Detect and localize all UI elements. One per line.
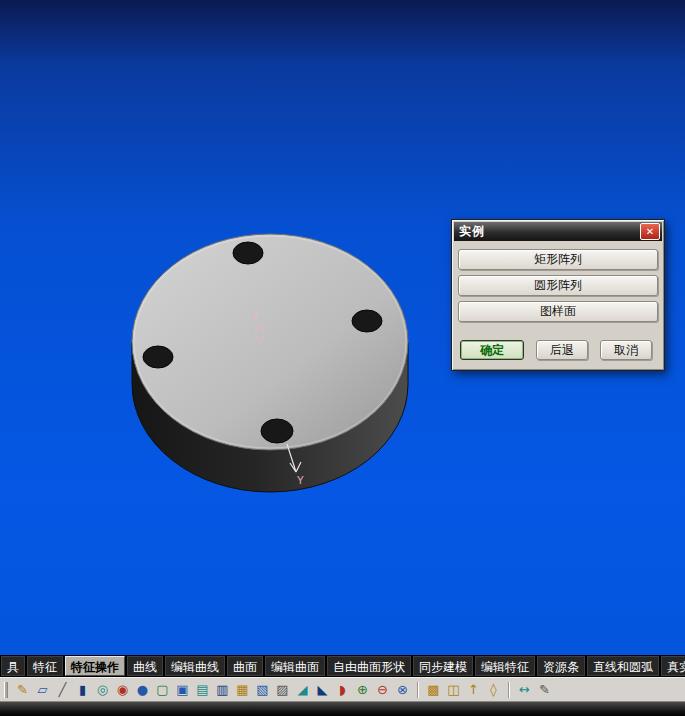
subtract-icon[interactable]: ⊖: [374, 681, 391, 698]
toolbar-separator: [417, 682, 419, 698]
datum-axis-icon[interactable]: ╱: [54, 681, 71, 698]
tab-feature[interactable]: 特征: [27, 656, 63, 676]
tab-feature-operation[interactable]: 特征操作: [65, 656, 125, 676]
close-icon[interactable]: ✕: [640, 223, 660, 240]
pattern-face-button[interactable]: 图样面: [458, 301, 658, 322]
axis-y-label: Y: [297, 475, 304, 486]
sketch-icon[interactable]: ✎: [14, 681, 31, 698]
disc-hole[interactable]: [352, 310, 382, 332]
hole-icon[interactable]: ◉: [114, 681, 131, 698]
patch-icon[interactable]: ◊: [485, 681, 502, 698]
rib-icon[interactable]: ▦: [234, 681, 251, 698]
pattern-feature-icon[interactable]: ▩: [425, 681, 442, 698]
pocket-icon[interactable]: ▢: [154, 681, 171, 698]
tab-edit-curve[interactable]: 编辑曲线: [165, 656, 225, 676]
toolbar-separator: [508, 682, 510, 698]
promote-body-icon[interactable]: ↑: [465, 681, 482, 698]
edge-blend-icon[interactable]: ◗: [334, 681, 351, 698]
disc-hole[interactable]: [261, 419, 293, 443]
tab-synchronous-modeling[interactable]: 同步建模: [413, 656, 473, 676]
graphics-viewport[interactable]: Z Y 实例 ✕ 矩形阵列 圆形阵列 图样面 确定 后退 取消: [0, 0, 685, 655]
boss-icon[interactable]: ●: [134, 681, 151, 698]
mirror-feature-icon[interactable]: ◫: [445, 681, 462, 698]
slot-icon[interactable]: ▤: [194, 681, 211, 698]
revolve-icon[interactable]: ◎: [94, 681, 111, 698]
feature-operation-toolbar: ✎ ▱ ╱ ▮ ◎ ◉ ● ▢ ▣ ▤ ▥ ▦ ▧ ▨ ◢ ◣ ◗ ⊕ ⊖ ⊗ …: [0, 677, 685, 702]
app-window: Z Y 实例 ✕ 矩形阵列 圆形阵列 图样面 确定 后退 取消: [0, 0, 685, 716]
unite-icon[interactable]: ⊕: [354, 681, 371, 698]
tab-surface[interactable]: 曲面: [227, 656, 263, 676]
pad-icon[interactable]: ▣: [174, 681, 191, 698]
shell-icon[interactable]: ▨: [274, 681, 291, 698]
datum-plane-icon[interactable]: ▱: [34, 681, 51, 698]
tab-line-and-arc[interactable]: 直线和圆弧: [587, 656, 659, 676]
extrude-icon[interactable]: ▮: [74, 681, 91, 698]
tab-edit-feature[interactable]: 编辑特征: [475, 656, 535, 676]
disc-top-face[interactable]: [132, 234, 408, 450]
dialog-title: 实例: [459, 223, 485, 240]
window-bottom-strip: [0, 702, 685, 716]
toolbar-tab-bar: 具 特征 特征操作 曲线 编辑曲线 曲面 编辑曲面 自由曲面形状 同步建模 编辑…: [0, 655, 685, 677]
cancel-button[interactable]: 取消: [600, 340, 652, 360]
dialog-titlebar[interactable]: 实例 ✕: [454, 222, 662, 241]
dialog-action-row: 确定 后退 取消: [460, 340, 656, 360]
intersect-icon[interactable]: ⊗: [394, 681, 411, 698]
chamfer-icon[interactable]: ◣: [314, 681, 331, 698]
tab-resource-bar[interactable]: 资源条: [537, 656, 585, 676]
toolbar-grip[interactable]: [4, 682, 8, 698]
draft-icon[interactable]: ◢: [294, 681, 311, 698]
tab-true-shading[interactable]: 真实着色: [661, 656, 685, 676]
back-button[interactable]: 后退: [536, 340, 588, 360]
groove-icon[interactable]: ▥: [214, 681, 231, 698]
rectangular-array-button[interactable]: 矩形阵列: [458, 249, 658, 270]
tab-freeform-shape[interactable]: 自由曲面形状: [327, 656, 411, 676]
circular-array-button[interactable]: 圆形阵列: [458, 275, 658, 296]
disc-hole[interactable]: [233, 242, 263, 264]
tab-tools-partial[interactable]: 具: [1, 656, 25, 676]
disc-hole[interactable]: [143, 346, 173, 368]
instance-dialog: 实例 ✕ 矩形阵列 圆形阵列 图样面 确定 后退 取消: [451, 219, 665, 371]
move-face-icon[interactable]: ↔: [516, 681, 533, 698]
dialog-body: 矩形阵列 圆形阵列 图样面 确定 后退 取消: [454, 241, 662, 368]
edit-pencil-icon[interactable]: ✎: [536, 681, 553, 698]
tab-edit-surface[interactable]: 编辑曲面: [265, 656, 325, 676]
thread-icon[interactable]: ▧: [254, 681, 271, 698]
axis-z-label: Z: [252, 311, 258, 322]
tab-curve[interactable]: 曲线: [127, 656, 163, 676]
ok-button[interactable]: 确定: [460, 340, 524, 360]
